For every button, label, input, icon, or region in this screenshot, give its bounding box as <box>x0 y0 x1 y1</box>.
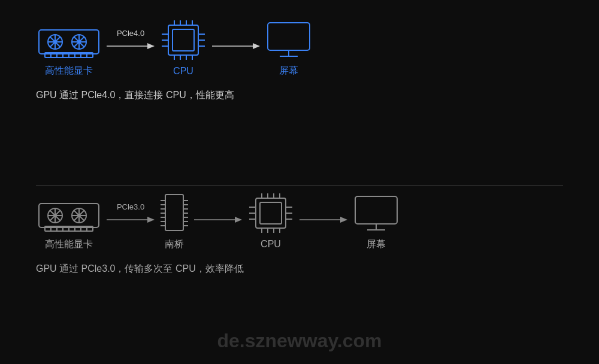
svg-marker-38 <box>253 43 260 49</box>
svg-rect-98 <box>355 196 397 224</box>
bridge-label-bottom: 南桥 <box>165 238 184 251</box>
svg-rect-63 <box>165 195 183 230</box>
screen-label-bottom: 屏幕 <box>367 238 386 251</box>
gpu-block-top: 高性能显卡 <box>36 18 102 77</box>
screen-label-top: 屏幕 <box>279 65 298 77</box>
svg-marker-97 <box>340 217 347 223</box>
cpu-label-top: CPU <box>173 66 193 77</box>
diagram-bottom-row: 高性能显卡 PCle3.0 <box>36 192 563 251</box>
arrow-plain-bottom1: _ <box>189 202 247 226</box>
arrow-plain-bottom2: _ <box>295 202 352 226</box>
watermark: de.sznewway.com <box>217 330 382 352</box>
screen-block-bottom: 屏幕 <box>352 192 400 251</box>
arrow-pcie3-block: PCle3.0 <box>102 202 159 226</box>
gpu-label-bottom: 高性能显卡 <box>45 238 93 251</box>
svg-rect-81 <box>260 202 282 224</box>
section-top: 高性能显卡 PCle4.0 <box>36 18 563 185</box>
diagram-top-row: 高性能显卡 PCle4.0 <box>36 18 563 77</box>
screen-block-top: 屏幕 <box>265 18 313 77</box>
svg-marker-79 <box>235 217 242 223</box>
description-top: GPU 通过 PCle4.0，直接连接 CPU，性能更高 <box>36 89 563 102</box>
cpu-label-bottom: CPU <box>261 239 281 250</box>
svg-marker-20 <box>147 43 155 49</box>
cpu-block-bottom: CPU <box>247 192 295 250</box>
gpu-block-bottom: 高性能显卡 <box>36 192 102 251</box>
arrow-pcie4-block: PCle4.0 <box>102 29 159 52</box>
svg-marker-62 <box>147 217 155 223</box>
svg-rect-22 <box>173 29 194 51</box>
pcie4-label: PCle4.0 <box>117 29 144 38</box>
pcie3-label: PCle3.0 <box>117 202 144 211</box>
cpu-block-top: CPU <box>159 19 207 77</box>
description-bottom: GPU 通过 PCle3.0，传输多次至 CPU，效率降低 <box>36 263 563 275</box>
svg-rect-39 <box>268 23 310 50</box>
bridge-block-bottom: 南桥 <box>159 192 189 251</box>
arrow-plain-top: _ <box>207 29 265 52</box>
section-bottom: 高性能显卡 PCle3.0 <box>36 185 563 353</box>
gpu-label-top: 高性能显卡 <box>45 65 93 77</box>
